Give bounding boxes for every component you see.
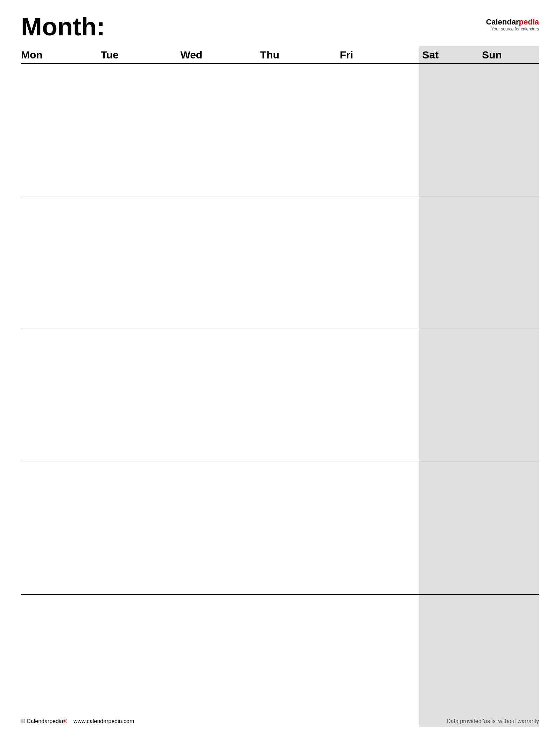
copyright-pedia: ®	[63, 718, 67, 724]
week1-sat	[419, 64, 479, 196]
week5-fri	[340, 595, 420, 727]
header-sat: Sat	[419, 46, 479, 63]
header-thu: Thu	[260, 46, 340, 63]
copyright-text: © Calendarpedia®	[21, 718, 67, 724]
logo-area: Calendarpedia Your source for calendars	[486, 14, 539, 31]
week-row-4	[21, 462, 539, 595]
week4-wed	[180, 462, 260, 594]
week4-tue	[101, 462, 181, 594]
week3-fri	[340, 329, 420, 461]
week2-mon	[21, 196, 101, 329]
header-wed: Wed	[180, 46, 260, 63]
week2-wed	[180, 196, 260, 329]
week1-fri	[340, 64, 420, 196]
week3-thu	[260, 329, 340, 461]
week4-sat	[419, 462, 479, 594]
calendar-main: Mon Tue Wed Thu Fri Sat Sun	[21, 46, 539, 727]
week1-sun	[479, 64, 539, 196]
week4-thu	[260, 462, 340, 594]
week4-sun	[479, 462, 539, 594]
week-row-1	[21, 64, 539, 196]
week1-mon	[21, 64, 101, 196]
week3-tue	[101, 329, 181, 461]
header-tue: Tue	[101, 46, 181, 63]
week2-sat	[419, 196, 479, 329]
week5-mon	[21, 595, 101, 727]
week5-sat	[419, 595, 479, 727]
header-mon: Mon	[21, 46, 101, 63]
header: Month: Calendarpedia Your source for cal…	[21, 14, 539, 39]
week-row-2	[21, 196, 539, 329]
logo-calendar: Calendar	[486, 18, 519, 26]
week2-fri	[340, 196, 420, 329]
week3-sat	[419, 329, 479, 461]
page-title: Month:	[21, 14, 105, 39]
week3-sun	[479, 329, 539, 461]
footer-left: © Calendarpedia® www.calendarpedia.com	[21, 718, 134, 724]
week-row-3	[21, 329, 539, 462]
logo-subtitle: Your source for calendars	[486, 27, 539, 31]
week1-wed	[180, 64, 260, 196]
week5-wed	[180, 595, 260, 727]
week5-tue	[101, 595, 181, 727]
week3-wed	[180, 329, 260, 461]
website-url: www.calendarpedia.com	[74, 718, 134, 724]
week2-thu	[260, 196, 340, 329]
week1-tue	[101, 64, 181, 196]
header-fri: Fri	[340, 46, 420, 63]
footer-disclaimer: Data provided 'as is' without warranty	[447, 718, 539, 724]
week3-mon	[21, 329, 101, 461]
week-row-5	[21, 595, 539, 727]
day-header-row: Mon Tue Wed Thu Fri Sat Sun	[21, 46, 539, 64]
logo-pedia: pedia	[519, 18, 539, 26]
footer: © Calendarpedia® www.calendarpedia.com D…	[21, 718, 539, 724]
logo: Calendarpedia	[486, 18, 539, 27]
week1-thu	[260, 64, 340, 196]
week2-sun	[479, 196, 539, 329]
week5-thu	[260, 595, 340, 727]
week4-fri	[340, 462, 420, 594]
weeks-container	[21, 64, 539, 727]
header-sun: Sun	[479, 46, 539, 63]
page: Month: Calendarpedia Your source for cal…	[0, 0, 560, 735]
week5-sun	[479, 595, 539, 727]
week4-mon	[21, 462, 101, 594]
week2-tue	[101, 196, 181, 329]
